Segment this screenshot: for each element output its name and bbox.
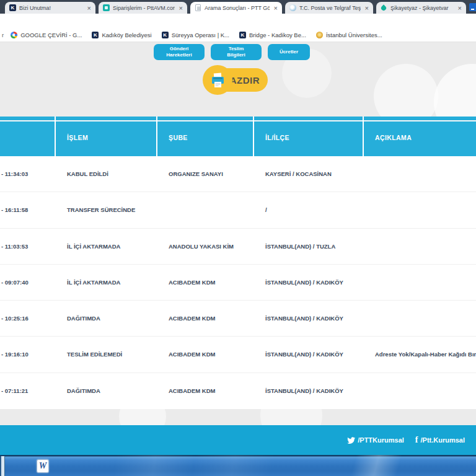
- bookmark-sureyya-operasi[interactable]: K Süreyya Operası | K...: [162, 32, 229, 38]
- table-row: - 19:16:10 TESLİM EDİLEMEDİ ACIBADEM KDM…: [0, 337, 476, 372]
- bookmark-label: Bridge - Kadikoy Be...: [249, 32, 306, 38]
- cell-sube: ACIBADEM KDM: [156, 279, 253, 286]
- google-g-icon: [11, 32, 17, 38]
- windows-taskbar: W: [0, 455, 476, 476]
- tab-arama-sonuclari-active[interactable]: Arama Sonuçları - PTT Gön ×: [190, 2, 282, 14]
- header-islem: İŞLEM: [67, 134, 88, 141]
- bookmark-label: GOOGLE ÇEVİRİ - G...: [20, 32, 82, 38]
- table-row: - 11:03:53 İL İÇİ AKTARMADA ANADOLU YAKA…: [0, 229, 476, 265]
- document-icon: [195, 4, 201, 11]
- tab-title: Şikayetyaz - Şikayetvar: [390, 5, 454, 11]
- bookmark-label: İstanbul Üniversites...: [326, 32, 382, 38]
- taskbar-glow: [37, 455, 298, 476]
- facebook-handle: /Ptt.Kurumsal: [420, 436, 465, 444]
- column-separator: [55, 117, 56, 156]
- bookmark-label: Kadıköy Belediyesi: [102, 32, 151, 38]
- tab-title: Arama Sonuçları - PTT Gön: [205, 5, 270, 11]
- teal-swoosh-icon: [381, 4, 387, 11]
- ptt-tracking-page: Gönderi Hareketleri Teslim Bilgileri Ücr…: [0, 42, 476, 455]
- taskbar-glow: [260, 455, 476, 476]
- bookmarks-bar: r GOOGLE ÇEVİRİ - G... K Kadıköy Belediy…: [0, 28, 476, 42]
- taskbar-edge: [4, 456, 5, 476]
- cell-il-ilce: İSTANBUL(AND) / KADIKÖY: [253, 279, 363, 286]
- gonderi-hareketleri-button[interactable]: Gönderi Hareketleri: [154, 44, 205, 60]
- table-row: - 07:11:21 DAĞITIMDA ACIBADEM KDM İSTANB…: [0, 373, 476, 409]
- page-footer: /PTTKurumsal f /Ptt.Kurumsal: [0, 425, 476, 455]
- shipment-events-table: - 11:34:03 KABUL EDİLDİ ORGANIZE SANAYI …: [0, 156, 476, 409]
- cell-il-ilce: İSTANBUL(AND) / KADIKÖY: [253, 315, 363, 322]
- close-icon[interactable]: ×: [273, 5, 279, 11]
- cell-il-ilce: İSTANBUL(AND) / KADIKÖY: [253, 351, 363, 358]
- cell-islem: TESLİM EDİLEMEDİ: [55, 351, 156, 358]
- word-icon: W: [37, 459, 49, 473]
- column-separator: [253, 117, 254, 156]
- bookmark-google-ceviri[interactable]: GOOGLE ÇEVİRİ - G...: [11, 32, 82, 38]
- cell-sube: ORGANIZE SANAYI: [156, 170, 253, 177]
- cell-islem: İL İÇİ AKTARMADA: [55, 279, 156, 286]
- facebook-link[interactable]: f /Ptt.Kurumsal: [415, 435, 465, 445]
- tab-title: T.C. Posta ve Telgraf Teşkilat: [299, 5, 361, 11]
- cell-islem: KABUL EDİLDİ: [55, 170, 156, 177]
- k-badge-icon: K: [9, 4, 16, 11]
- cell-sube: ANADOLU YAKASI KİM: [156, 243, 253, 250]
- tab-pttavm[interactable]: Siparişlerim - PttAVM.com ×: [99, 2, 187, 14]
- cell-islem: İL İÇİ AKTARMADA: [55, 243, 156, 250]
- table-row: - 16:11:58 TRANSFER SÜRECİNDE /: [0, 192, 476, 228]
- partial-tab-favicon[interactable]: [469, 3, 476, 11]
- table-row: - 11:34:03 KABUL EDİLDİ ORGANIZE SANAYI …: [0, 156, 476, 192]
- table-row: - 09:07:40 İL İÇİ AKTARMADA ACIBADEM KDM…: [0, 265, 476, 301]
- address-bar-row: [0, 14, 476, 28]
- k-badge-icon: K: [162, 32, 169, 38]
- column-separator: [156, 117, 157, 156]
- close-icon[interactable]: ×: [457, 5, 463, 11]
- column-separator: [363, 117, 364, 156]
- tab-sikayetvar[interactable]: Şikayetyaz - Şikayetvar ×: [376, 2, 466, 14]
- cell-il-ilce: İSTANBUL(AND) / TUZLA: [253, 243, 363, 250]
- cell-time: - 07:11:21: [0, 387, 55, 394]
- header-divider: [0, 120, 476, 121]
- printer-icon: [209, 72, 226, 89]
- table-header: İŞLEM ŞUBE İL/İLÇE AÇIKLAMA: [0, 117, 476, 156]
- cell-time: - 09:07:40: [0, 279, 55, 286]
- cell-islem: TRANSFER SÜRECİNDE: [55, 206, 156, 213]
- teslim-bilgileri-button[interactable]: Teslim Bilgileri: [211, 44, 262, 60]
- bookmark-bridge-kadikoy[interactable]: K Bridge - Kadikoy Be...: [239, 32, 306, 38]
- cell-islem: DAĞITIMDA: [55, 387, 156, 394]
- cell-sube: ACIBADEM KDM: [156, 315, 253, 322]
- header-il-ilce: İL/İLÇE: [265, 134, 289, 141]
- close-icon[interactable]: ×: [86, 5, 92, 11]
- cell-sube: ACIBADEM KDM: [156, 387, 253, 394]
- k-badge-icon: K: [239, 32, 246, 38]
- tab-title: Siparişlerim - PttAVM.com: [113, 5, 175, 11]
- yazdir-print-button[interactable]: YAZDIR: [203, 65, 268, 95]
- ucretler-button[interactable]: Ücretler: [268, 44, 310, 60]
- cell-il-ilce: /: [253, 206, 363, 213]
- table-row: - 10:25:16 DAĞITIMDA ACIBADEM KDM İSTANB…: [0, 301, 476, 337]
- close-icon[interactable]: ×: [364, 5, 370, 11]
- cell-time: - 16:11:58: [0, 206, 55, 213]
- screen: K Bizi Unutma! × Siparişlerim - PttAVM.c…: [0, 0, 476, 476]
- tab-title: Bizi Unutma!: [19, 5, 83, 11]
- k-badge-icon: K: [92, 32, 99, 38]
- tab-bizi-unutma[interactable]: K Bizi Unutma! ×: [5, 2, 95, 14]
- cell-time: - 10:25:16: [0, 315, 55, 322]
- cell-il-ilce: İSTANBUL(AND) / KADIKÖY: [253, 387, 363, 394]
- cell-sube: ACIBADEM KDM: [156, 351, 253, 358]
- pttavm-icon: [103, 4, 110, 11]
- browser-tab-bar: K Bizi Unutma! × Siparişlerim - PttAVM.c…: [0, 0, 476, 14]
- bookmark-label: Süreyya Operası | K...: [172, 32, 229, 38]
- bookmark-istanbul-universitesi[interactable]: İstanbul Üniversites...: [316, 32, 382, 38]
- cell-islem: DAĞITIMDA: [55, 315, 156, 322]
- cell-time: - 11:34:03: [0, 170, 55, 177]
- facebook-icon: f: [415, 435, 418, 445]
- swirl-icon: [289, 4, 296, 11]
- bookmark-kadikoy-belediyesi[interactable]: K Kadıköy Belediyesi: [92, 32, 151, 38]
- close-icon[interactable]: ×: [178, 5, 184, 11]
- twitter-link[interactable]: /PTTKurumsal: [347, 436, 404, 444]
- word-taskbar-button[interactable]: W: [35, 459, 50, 474]
- tab-tc-ptt[interactable]: T.C. Posta ve Telgraf Teşkilat ×: [285, 2, 373, 14]
- cell-time: - 11:03:53: [0, 243, 55, 250]
- bookmark-fragment[interactable]: r: [2, 32, 4, 38]
- yellow-crest-icon: [316, 32, 323, 38]
- header-aciklama: AÇIKLAMA: [375, 134, 412, 141]
